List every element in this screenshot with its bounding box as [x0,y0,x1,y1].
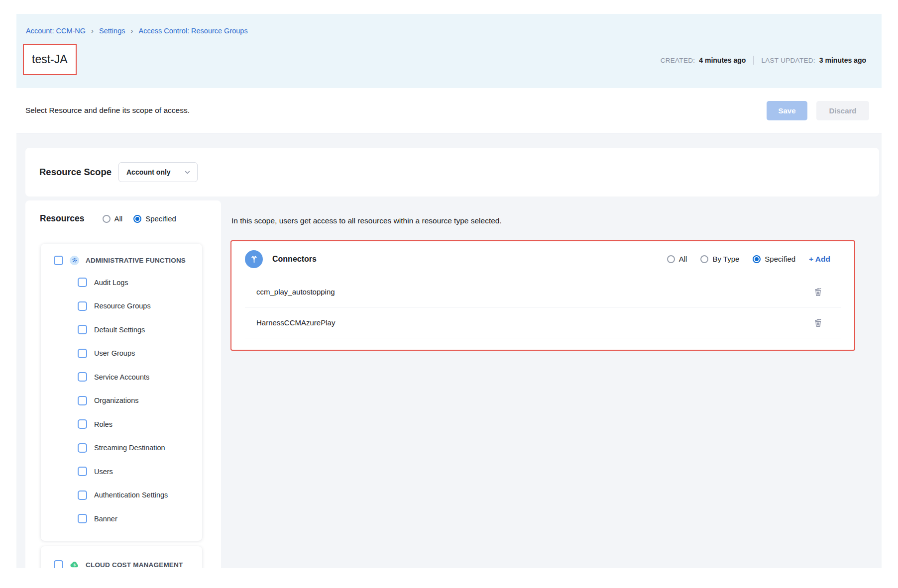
item-checkbox[interactable] [78,278,87,287]
resource-item-users: Users [41,460,202,484]
chevron-right-icon: › [91,26,94,35]
connector-row: ccm_play_autostopping [245,277,841,307]
resource-scope-value: Account only [126,168,171,176]
resource-item-roles: Roles [41,412,202,436]
delete-connector-button[interactable] [812,317,824,329]
resource-item-streaming-destination: Streaming Destination [41,436,202,460]
resources-radio-all[interactable]: All [103,214,123,223]
connectors-icon [245,250,263,268]
connector-row: HarnessCCMAzurePlay [245,307,841,338]
resource-item-default-settings: Default Settings [41,318,202,342]
item-label: Authentication Settings [94,491,168,499]
connector-name: HarnessCCMAzurePlay [256,318,335,327]
resource-item-user-groups: User Groups [41,342,202,366]
resource-item-service-accounts: Service Accounts [41,365,202,389]
radio-circle-icon [667,255,675,263]
radio-circle-icon [700,255,708,263]
item-label: Users [94,468,113,476]
meta-info: CREATED: 4 minutes ago LAST UPDATED: 3 m… [661,56,866,65]
item-label: Audit Logs [94,279,128,287]
last-updated-value: 3 minutes ago [819,56,866,64]
item-label: Resource Groups [94,302,151,310]
resources-header: Resources All Specified [25,200,221,224]
resource-item-organizations: Organizations [41,389,202,413]
item-label: Banner [94,515,117,523]
radio-circle-icon [103,215,111,223]
scope-note: In this scope, users get access to all r… [231,216,502,225]
resource-scope-label: Resource Scope [39,167,112,178]
resource-scope-card: Resource Scope Account only [25,148,879,196]
group-row-cloud-cost: $ CLOUD COST MANAGEMENT [41,554,202,568]
item-checkbox[interactable] [78,349,87,358]
content-area: Resource Scope Account only Resources Al… [16,133,882,568]
cloud-cost-checkbox[interactable] [54,560,63,569]
group-title: CLOUD COST MANAGEMENT [86,561,183,569]
page-title: test-JA [32,53,68,66]
radio-label: All [679,255,687,263]
item-label: Service Accounts [94,373,149,381]
item-label: Streaming Destination [94,444,165,452]
toolbar: Select Resource and define its scope of … [16,88,882,133]
item-label: Default Settings [94,326,145,334]
connectors-header: Connectors All By Type Specified [231,241,854,277]
resource-scope-select[interactable]: Account only [118,162,198,182]
item-checkbox[interactable] [78,490,87,500]
item-checkbox[interactable] [78,372,87,382]
connectors-title: Connectors [272,255,317,264]
gear-icon [70,256,79,265]
svg-text:$: $ [74,563,76,567]
resource-item-audit-logs: Audit Logs [41,271,202,294]
connectors-radio-all[interactable]: All [667,255,687,263]
item-checkbox[interactable] [78,514,87,523]
connectors-radio-group: All By Type Specified + Add [667,255,830,264]
breadcrumb-settings-link[interactable]: Settings [99,27,125,35]
discard-button[interactable]: Discard [816,101,869,120]
item-checkbox[interactable] [78,419,87,429]
page-header: Account: CCM-NG › Settings › Access Cont… [16,14,882,88]
radio-label: All [114,214,123,223]
admin-functions-checkbox[interactable] [54,256,63,265]
item-label: Roles [94,420,112,428]
last-updated-label: LAST UPDATED: [761,57,815,64]
group-title: ADMINISTRATIVE FUNCTIONS [86,257,186,264]
item-checkbox[interactable] [78,396,87,405]
trash-icon [813,287,823,297]
resources-title: Resources [40,213,85,224]
group-row-admin-functions: ADMINISTRATIVE FUNCTIONS [41,250,202,271]
connectors-radio-by-type[interactable]: By Type [700,255,739,263]
cloud-cost-management-card: $ CLOUD COST MANAGEMENT [41,546,202,568]
breadcrumb-account-link[interactable]: Account: CCM-NG [26,27,86,35]
item-checkbox[interactable] [78,301,87,311]
created-value: 4 minutes ago [699,56,746,64]
item-label: Organizations [94,396,138,404]
connectors-card: Connectors All By Type Specified [230,240,855,351]
connector-name: ccm_play_autostopping [256,288,335,296]
item-label: User Groups [94,349,135,357]
item-checkbox[interactable] [78,325,87,334]
resource-item-authentication-settings: Authentication Settings [41,484,202,507]
resource-item-banner: Banner [41,507,202,531]
created-label: CREATED: [661,57,695,64]
save-button[interactable]: Save [767,101,807,120]
item-checkbox[interactable] [78,467,87,476]
toolbar-buttons: Save Discard [767,101,869,120]
resources-panel: Resources All Specified [25,200,221,568]
resources-radio-group: All Specified [103,214,176,223]
app-frame: Account: CCM-NG › Settings › Access Cont… [16,14,882,568]
radio-circle-checked-icon [133,215,141,223]
title-highlight-box: test-JA [23,44,77,75]
item-checkbox[interactable] [78,443,87,453]
add-connector-button[interactable]: + Add [809,255,830,264]
chevron-down-icon [184,169,191,176]
radio-label: Specified [765,255,795,263]
page: Account: CCM-NG › Settings › Access Cont… [0,0,898,588]
delete-connector-button[interactable] [812,286,824,298]
radio-label: By Type [712,255,739,263]
admin-functions-card: ADMINISTRATIVE FUNCTIONS Audit Logs Reso… [41,244,202,541]
resources-radio-specified[interactable]: Specified [133,214,176,223]
cloud-dollar-icon: $ [70,560,79,569]
radio-circle-checked-icon [753,255,761,263]
connectors-radio-specified[interactable]: Specified [753,255,795,263]
trash-icon [813,317,823,328]
breadcrumb-resource-groups-link[interactable]: Access Control: Resource Groups [138,27,247,35]
